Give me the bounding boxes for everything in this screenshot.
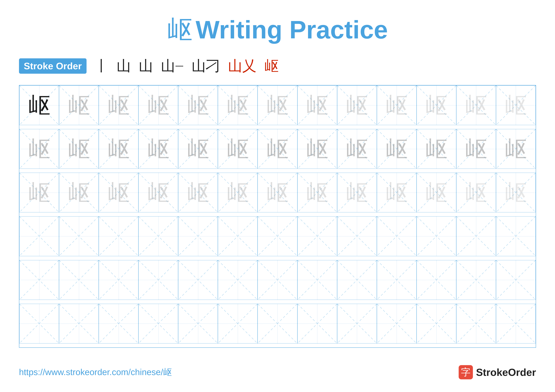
svg-line-103 <box>496 216 535 256</box>
svg-line-132 <box>59 304 99 343</box>
svg-line-154 <box>496 304 535 343</box>
grid-cell: 岖 <box>337 173 377 212</box>
page-title: Writing Practice <box>196 15 388 44</box>
grid-cell <box>377 216 416 256</box>
practice-char: 岖 <box>68 138 90 160</box>
grid-cell <box>218 216 258 256</box>
grid-cell: 岖 <box>416 173 456 212</box>
svg-line-93 <box>298 216 337 256</box>
svg-line-92 <box>298 216 337 256</box>
svg-line-129 <box>496 260 535 300</box>
grid-cell: 岖 <box>19 86 59 125</box>
practice-char: 岖 <box>266 138 289 160</box>
practice-char: 岖 <box>187 138 209 160</box>
grid-cell <box>139 304 178 343</box>
practice-char: 岖 <box>68 94 90 116</box>
grid-cell <box>496 216 536 256</box>
svg-line-122 <box>377 260 416 300</box>
svg-line-148 <box>377 304 416 343</box>
svg-line-79 <box>20 216 59 256</box>
practice-char: 岖 <box>465 182 487 204</box>
grid-cell: 岖 <box>178 129 218 169</box>
practice-char: 岖 <box>28 138 50 160</box>
svg-line-112 <box>178 260 218 300</box>
grid-cell: 岖 <box>59 129 99 169</box>
grid-cell <box>496 304 536 343</box>
grid-cell: 岖 <box>218 86 258 125</box>
svg-line-117 <box>258 260 297 300</box>
svg-line-146 <box>337 304 377 343</box>
grid-cell <box>178 304 218 343</box>
svg-line-140 <box>218 304 257 343</box>
practice-char: 岖 <box>227 182 249 204</box>
grid-cell <box>337 260 377 300</box>
grid-cell <box>99 216 139 256</box>
practice-char: 岖 <box>346 182 368 204</box>
svg-line-94 <box>337 216 377 256</box>
grid-cell: 岖 <box>59 173 99 212</box>
grid-cell: 岖 <box>416 129 456 169</box>
svg-line-149 <box>377 304 416 343</box>
svg-line-153 <box>456 304 496 343</box>
grid-cell: 岖 <box>19 173 59 212</box>
grid-cell <box>416 260 456 300</box>
svg-line-86 <box>178 216 218 256</box>
svg-line-139 <box>178 304 218 343</box>
svg-line-80 <box>59 216 99 256</box>
grid-cell <box>19 216 59 256</box>
grid-cell <box>178 260 218 300</box>
stroke-5: 山刁 <box>192 56 220 76</box>
grid-cell <box>456 260 496 300</box>
practice-char: 岖 <box>28 94 50 116</box>
practice-char: 岖 <box>306 94 328 116</box>
practice-char: 岖 <box>187 94 209 116</box>
stroke-1: 丨 <box>95 56 109 76</box>
grid-cell <box>496 260 536 300</box>
svg-line-115 <box>218 260 257 300</box>
stroke-6: 山乂 <box>228 56 256 76</box>
svg-line-105 <box>20 260 59 300</box>
svg-line-123 <box>377 260 416 300</box>
practice-char: 岖 <box>108 182 130 204</box>
stroke-4: 山一 <box>161 56 184 76</box>
practice-char: 岖 <box>386 94 408 116</box>
stroke-3: 山 <box>139 56 153 76</box>
stroke-2: 山 <box>117 56 131 76</box>
grid-cell: 岖 <box>139 129 178 169</box>
grid-cell: 岖 <box>258 173 297 212</box>
svg-line-150 <box>417 304 456 343</box>
svg-line-141 <box>218 304 257 343</box>
svg-line-133 <box>59 304 99 343</box>
grid-cell <box>218 260 258 300</box>
footer-url[interactable]: https://www.strokeorder.com/chinese/岖 <box>19 366 172 378</box>
practice-char: 岖 <box>147 138 169 160</box>
svg-line-109 <box>99 260 138 300</box>
grid-cell: 岖 <box>377 129 416 169</box>
grid-cell: 岖 <box>139 173 178 212</box>
svg-line-134 <box>99 304 138 343</box>
svg-line-113 <box>178 260 218 300</box>
practice-char: 岖 <box>108 94 130 116</box>
practice-char: 岖 <box>425 94 447 116</box>
grid-cell <box>297 304 337 343</box>
svg-line-83 <box>99 216 138 256</box>
grid-cell <box>19 304 59 343</box>
grid-cell <box>139 216 178 256</box>
practice-char: 岖 <box>227 138 249 160</box>
page: 岖 Writing Practice Stroke Order 丨 山 山 山一… <box>0 0 555 392</box>
grid-cell: 岖 <box>496 129 536 169</box>
grid-cell <box>258 304 297 343</box>
grid-cell: 岖 <box>456 129 496 169</box>
svg-line-84 <box>139 216 178 256</box>
practice-char: 岖 <box>386 182 408 204</box>
grid-cell: 岖 <box>139 86 178 125</box>
svg-line-135 <box>99 304 138 343</box>
grid-cell <box>99 304 139 343</box>
grid-cell <box>139 260 178 300</box>
svg-line-110 <box>139 260 178 300</box>
svg-line-147 <box>337 304 377 343</box>
practice-char: 岖 <box>266 94 289 116</box>
svg-line-99 <box>417 216 456 256</box>
grid-cell: 岖 <box>178 173 218 212</box>
practice-grid: 岖岖岖岖岖岖岖岖岖岖岖岖岖岖岖岖岖岖岖岖岖岖岖岖岖岖岖岖岖岖岖岖岖岖岖岖岖岖岖 <box>19 85 536 348</box>
